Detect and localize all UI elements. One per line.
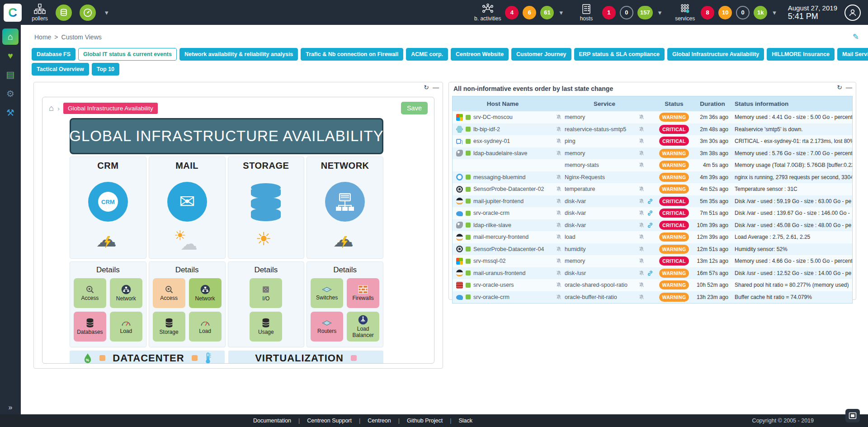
refresh-icon[interactable]: ↻	[837, 84, 842, 90]
view-tab[interactable]: Centreon Website	[451, 48, 509, 61]
host-name[interactable]: esx-sydney-01	[473, 138, 510, 144]
host-name[interactable]: srv-mssql-02	[473, 258, 506, 264]
service-name[interactable]: disk-/var	[565, 210, 586, 216]
host-name[interactable]: SensorProbe-Datacenter-04	[473, 246, 544, 252]
view-tab[interactable]: HILLMORE Insurance	[767, 48, 835, 61]
footer-link[interactable]: Slack	[443, 418, 472, 424]
view-tab[interactable]: Global IT status & current events	[78, 48, 177, 61]
hosts-menu[interactable]: hosts	[575, 4, 598, 22]
database-status-button[interactable]	[56, 5, 72, 21]
host-name[interactable]: srv-oracle-crm	[473, 294, 509, 300]
crm-databases-tile[interactable]: Databases	[74, 312, 106, 342]
sidebar-item[interactable]: ⚙	[2, 85, 19, 102]
status-badge[interactable]: 1	[602, 6, 616, 19]
view-name-badge[interactable]: Global Infrastructure Availability	[63, 103, 158, 114]
mail-access-tile[interactable]: Access	[153, 278, 185, 308]
collapse-icon[interactable]: —	[846, 84, 852, 90]
status-badge[interactable]: 0	[736, 6, 750, 19]
crm-network-tile[interactable]: Network	[110, 278, 142, 308]
footer-link[interactable]: Github Project	[391, 418, 443, 424]
storage-usage-tile[interactable]: Usage	[250, 312, 282, 342]
host-name[interactable]: srv-oracle-users	[473, 282, 514, 288]
footer-link[interactable]: Documentation	[253, 418, 291, 424]
sidebar-item[interactable]: ⌂	[2, 28, 19, 45]
host-name[interactable]: mail-uranus-frontend	[473, 270, 525, 276]
crm-access-tile[interactable]: Access	[74, 278, 106, 308]
service-name[interactable]: realservice-status-smtp5	[565, 126, 626, 133]
storage-io-tile[interactable]: I/O	[250, 278, 282, 308]
status-badge[interactable]: 6	[523, 6, 536, 19]
service-name[interactable]: memory-stats	[565, 162, 599, 168]
network-load-balancer-tile[interactable]: Load Balancer	[347, 312, 379, 342]
view-tab[interactable]: ACME corp.	[406, 48, 448, 61]
service-name[interactable]: disk-/var	[565, 198, 586, 204]
services-menu[interactable]: services	[673, 4, 697, 22]
fullscreen-button[interactable]	[845, 409, 860, 422]
user-avatar[interactable]	[844, 5, 861, 21]
host-name[interactable]: ldap-baudelaire-slave	[473, 150, 528, 157]
column-header-status[interactable]: Status	[656, 100, 692, 107]
latency-status-button[interactable]	[80, 5, 96, 21]
business-activities-chevron-down-icon[interactable]: ▾	[559, 9, 563, 17]
status-badge[interactable]: 10	[718, 6, 732, 19]
sidebar-item[interactable]: ♥	[2, 47, 19, 64]
host-name[interactable]: messaging-bluemind	[473, 174, 525, 180]
service-name[interactable]: disk-/var	[565, 222, 586, 228]
graph-link-icon[interactable]	[647, 198, 653, 204]
business-activities-menu[interactable]: b. activities	[474, 4, 501, 22]
service-name[interactable]: oracle-buffer-hit-ratio	[565, 294, 617, 300]
view-tab[interactable]: Database FS	[32, 48, 75, 61]
view-tab[interactable]: Trafic & Nb connection on Firewall	[301, 48, 403, 61]
service-name[interactable]: disk-/usr	[565, 270, 586, 276]
service-name[interactable]: memory	[565, 114, 585, 120]
column-header-info[interactable]: Status information	[733, 100, 852, 107]
graph-link-icon[interactable]	[647, 222, 653, 228]
status-badge[interactable]: 4	[505, 6, 519, 19]
service-name[interactable]: memory	[565, 258, 585, 264]
service-name[interactable]: load	[565, 234, 576, 240]
service-name[interactable]: oracle-shared-spool-ratio	[565, 282, 627, 288]
footer-link[interactable]: Centreon Support	[291, 418, 352, 424]
service-name[interactable]: Nginx-Requests	[565, 174, 605, 180]
edit-view-icon[interactable]: ✎	[853, 32, 859, 42]
pollers-chevron-down-icon[interactable]: ▾	[105, 9, 108, 17]
column-header-duration[interactable]: Duration	[692, 100, 733, 107]
host-name[interactable]: ldap-rilke-slave	[473, 222, 511, 228]
host-name[interactable]: mail-mercury-frontend	[473, 234, 528, 240]
hosts-chevron-down-icon[interactable]: ▾	[658, 9, 662, 17]
network-routers-tile[interactable]: Routers	[311, 312, 343, 342]
status-badge[interactable]: 157	[637, 6, 653, 19]
collapse-icon[interactable]: —	[433, 84, 439, 90]
host-name[interactable]: mail-jupiter-frontend	[473, 198, 524, 204]
host-name[interactable]: srv-DC-moscou	[473, 114, 513, 120]
service-name[interactable]: ping	[565, 138, 576, 144]
status-badge[interactable]: 0	[620, 6, 633, 19]
graph-link-icon[interactable]	[647, 210, 653, 216]
pollers-menu[interactable]: pollers	[28, 4, 52, 22]
centreon-logo[interactable]: C	[4, 4, 22, 22]
mail-load-tile[interactable]: Load	[189, 312, 222, 342]
view-tab[interactable]: Tactical Overview	[32, 63, 89, 76]
sidebar-item[interactable]: ▤	[2, 66, 19, 83]
view-tab[interactable]: Mail Service Dashboard	[837, 48, 868, 61]
status-badge[interactable]: 61	[540, 6, 554, 19]
column-header-service[interactable]: Service	[553, 100, 656, 107]
network-firewalls-tile[interactable]: Firewalls	[347, 278, 379, 308]
home-icon[interactable]: ⌂	[49, 104, 54, 113]
network-switches-tile[interactable]: Switches	[311, 278, 343, 308]
breadcrumb-current[interactable]: Custom Views	[61, 33, 102, 41]
sidebar-item[interactable]: ⚒	[2, 104, 19, 121]
graph-link-icon[interactable]	[647, 270, 653, 276]
save-button[interactable]: Save	[401, 102, 428, 114]
view-tab[interactable]: Customer Journey	[511, 48, 571, 61]
refresh-icon[interactable]: ↻	[424, 84, 429, 90]
services-chevron-down-icon[interactable]: ▾	[773, 9, 776, 17]
crm-load-tile[interactable]: Load	[110, 312, 142, 342]
footer-link[interactable]: Centreon	[352, 418, 391, 424]
view-tab[interactable]: Top 10	[92, 63, 119, 76]
view-tab[interactable]: ERP status & SLA compliance	[574, 48, 665, 61]
service-name[interactable]: humidity	[565, 246, 586, 252]
service-name[interactable]: memory	[565, 150, 585, 157]
breadcrumb-home[interactable]: Home	[34, 33, 51, 41]
column-header-host[interactable]: Host Name	[453, 100, 553, 107]
